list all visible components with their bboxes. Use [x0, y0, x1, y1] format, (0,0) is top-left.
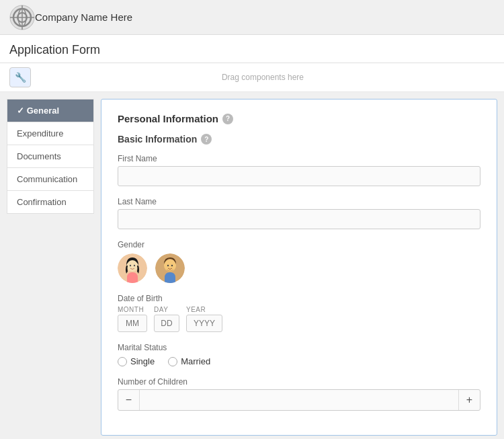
dob-year-input[interactable] — [186, 315, 222, 332]
personal-info-header: Personal Information ? — [118, 113, 480, 124]
sidebar-item-communication-label: Communication — [17, 174, 77, 184]
dob-year-sublabel: YEAR — [186, 306, 222, 313]
marital-single-label: Single — [130, 356, 155, 366]
children-increment-button[interactable]: + — [458, 390, 480, 410]
male-avatar-svg — [155, 253, 185, 283]
drag-hint: Drag components here — [31, 73, 495, 82]
female-avatar-svg — [118, 253, 147, 283]
dob-year-field: YEAR — [186, 306, 222, 332]
children-group: Number of Children − + — [118, 377, 480, 411]
sidebar-item-confirmation[interactable]: Confirmation — [7, 190, 94, 214]
tool-button[interactable]: 🔧 — [9, 67, 31, 87]
marital-label: Marital Status — [118, 343, 480, 352]
children-label: Number of Children — [118, 377, 480, 387]
sidebar-item-confirmation-label: Confirmation — [17, 197, 67, 207]
sidebar-item-expenditure-label: Expenditure — [17, 128, 63, 138]
children-stepper: − + — [118, 389, 480, 411]
gender-label: Gender — [118, 240, 480, 249]
sidebar-item-documents-label: Documents — [17, 151, 61, 161]
company-name: Company Name Here — [35, 11, 132, 23]
dob-label: Date of Birth — [118, 294, 480, 303]
dob-day-field: DAY — [154, 306, 179, 332]
dob-row: MONTH DAY YEAR — [118, 306, 480, 332]
sidebar-item-communication[interactable]: Communication — [7, 167, 94, 190]
basic-info-help-icon[interactable]: ? — [201, 134, 212, 145]
dob-month-field: MONTH — [118, 306, 147, 332]
dob-month-sublabel: MONTH — [118, 306, 147, 313]
svg-point-8 — [130, 265, 131, 266]
marital-married-label: Married — [181, 356, 210, 366]
main-layout: General Expenditure Documents Communicat… — [0, 92, 504, 439]
basic-info-header: Basic Information ? — [118, 134, 480, 145]
svg-point-9 — [134, 265, 135, 266]
last-name-label: Last Name — [118, 197, 480, 206]
sidebar-item-expenditure[interactable]: Expenditure — [7, 122, 94, 145]
page-title-bar: Application Form — [0, 35, 504, 63]
last-name-input[interactable] — [118, 209, 480, 229]
sidebar-item-documents[interactable]: Documents — [7, 145, 94, 167]
gender-options — [118, 253, 480, 283]
form-panel: Personal Information ? Basic Information… — [101, 99, 497, 436]
first-name-input[interactable] — [118, 166, 480, 186]
personal-info-title: Personal Information — [118, 113, 218, 124]
marital-married-radio[interactable] — [168, 357, 177, 366]
dob-day-input[interactable] — [154, 315, 179, 332]
marital-group: Marital Status Single Married — [118, 343, 480, 366]
gender-female-avatar[interactable] — [118, 253, 147, 283]
app-header: Company Name Here — [0, 0, 504, 35]
marital-married-option[interactable]: Married — [168, 356, 210, 366]
children-decrement-button[interactable]: − — [118, 390, 140, 410]
drag-bar: 🔧 Drag components here — [0, 63, 504, 92]
svg-point-13 — [171, 265, 173, 266]
marital-single-option[interactable]: Single — [118, 356, 155, 366]
first-name-group: First Name — [118, 154, 480, 186]
last-name-group: Last Name — [118, 197, 480, 229]
dob-day-sublabel: DAY — [154, 306, 179, 313]
dob-month-input[interactable] — [118, 315, 147, 332]
first-name-label: First Name — [118, 154, 480, 163]
page-title: Application Form — [9, 43, 495, 57]
wrench-icon: 🔧 — [15, 72, 26, 83]
svg-point-11 — [164, 260, 176, 272]
marital-single-radio[interactable] — [118, 357, 127, 366]
personal-info-help-icon[interactable]: ? — [222, 114, 233, 124]
sidebar-item-general-label: General — [27, 106, 59, 116]
svg-point-12 — [167, 265, 169, 266]
dob-group: Date of Birth MONTH DAY YEAR — [118, 294, 480, 332]
sidebar: General Expenditure Documents Communicat… — [7, 99, 94, 436]
company-logo — [9, 5, 35, 30]
marital-options-row: Single Married — [118, 356, 480, 366]
sidebar-item-general[interactable]: General — [7, 99, 94, 122]
gender-group: Gender — [118, 240, 480, 283]
basic-info-title: Basic Information — [118, 134, 197, 145]
gender-male-avatar[interactable] — [155, 253, 185, 283]
